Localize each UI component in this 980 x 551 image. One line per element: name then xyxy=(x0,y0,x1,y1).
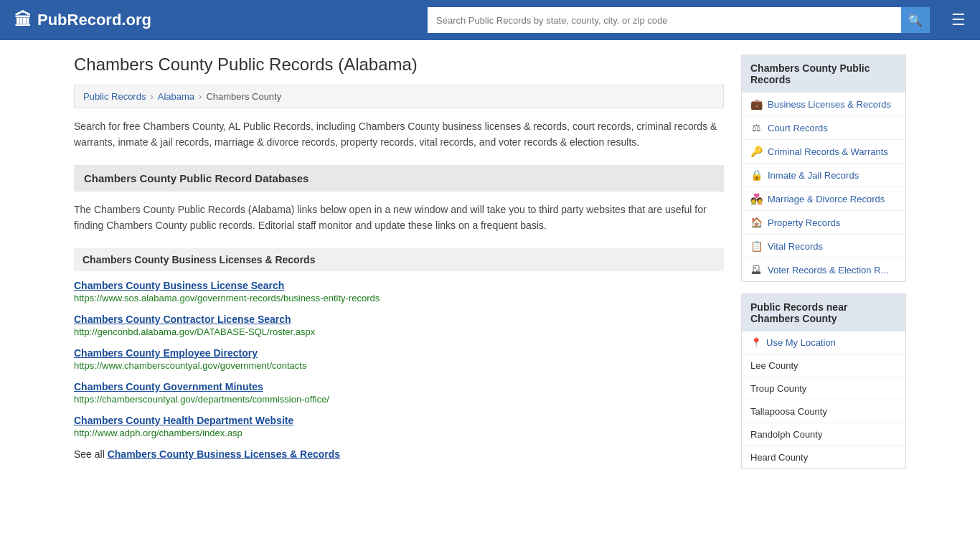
rings-icon: 💑 xyxy=(750,193,762,204)
sidebar-item-business: 💼 Business Licenses & Records xyxy=(742,93,905,116)
search-input[interactable] xyxy=(428,7,901,33)
sidebar-link-inmate[interactable]: 🔒 Inmate & Jail Records xyxy=(742,164,905,187)
clipboard-icon: 📋 xyxy=(750,240,762,252)
sidebar-label-voter: Voter Records & Election R... xyxy=(768,265,888,276)
breadcrumb-chambers-county: Chambers County xyxy=(206,91,281,102)
sidebar-item-marriage: 💑 Marriage & Divorce Records xyxy=(742,187,905,211)
sidebar-item-criminal: 🔑 Criminal Records & Warrants xyxy=(742,140,905,164)
databases-desc: The Chambers County Public Records (Alab… xyxy=(74,202,724,234)
record-url-3[interactable]: https://chamberscountyal.gov/departments… xyxy=(74,394,724,405)
hamburger-icon: ☰ xyxy=(951,11,966,29)
record-entry-2: Chambers County Employee Directory https… xyxy=(74,347,724,371)
site-header: 🏛 PubRecord.org 🔍 ☰ xyxy=(0,0,980,40)
breadcrumb-sep-1: › xyxy=(150,91,153,102)
sidebar-label-marriage: Marriage & Divorce Records xyxy=(768,194,885,204)
sidebar-item-property: 🏠 Property Records xyxy=(742,211,905,235)
key-icon: 🔑 xyxy=(750,146,762,157)
sidebar-label-court: Court Records xyxy=(768,123,828,133)
record-entry-4: Chambers County Health Department Websit… xyxy=(74,415,724,438)
ballot-icon: 🗳 xyxy=(750,264,762,276)
record-url-2[interactable]: https://www.chamberscountyal.gov/governm… xyxy=(74,360,724,371)
logo-text: PubRecord.org xyxy=(37,11,151,29)
sidebar-item-court: ⚖ Court Records xyxy=(742,116,905,140)
lock-icon: 🔒 xyxy=(750,169,762,181)
record-entry-1: Chambers County Contractor License Searc… xyxy=(74,314,724,337)
sidebar-public-records-list: 💼 Business Licenses & Records ⚖ Court Re… xyxy=(742,93,905,281)
breadcrumb-public-records[interactable]: Public Records xyxy=(83,91,146,102)
house-icon: 🏠 xyxy=(750,217,762,228)
search-icon: 🔍 xyxy=(908,14,923,27)
page-title: Chambers County Public Records (Alabama) xyxy=(74,55,724,75)
sidebar-link-vital[interactable]: 📋 Vital Records xyxy=(742,235,905,258)
subsection-heading: Chambers County Business Licenses & Reco… xyxy=(74,248,724,271)
record-url-1[interactable]: http://genconbd.alabama.gov/DATABASE-SQL… xyxy=(74,326,724,337)
sidebar-item-vital: 📋 Vital Records xyxy=(742,235,905,258)
sidebar-nearby-header: Public Records near Chambers County xyxy=(742,294,905,331)
use-location-label: Use My Location xyxy=(766,337,836,348)
breadcrumb: Public Records › Alabama › Chambers Coun… xyxy=(74,85,724,108)
breadcrumb-alabama[interactable]: Alabama xyxy=(158,91,194,102)
search-area: 🔍 xyxy=(428,7,930,33)
search-button[interactable]: 🔍 xyxy=(901,7,930,33)
record-url-4[interactable]: http://www.adph.org/chambers/index.asp xyxy=(74,428,724,438)
nearby-link-troup[interactable]: Troup County xyxy=(742,377,905,400)
menu-button[interactable]: ☰ xyxy=(951,12,966,28)
sidebar-nearby: Public Records near Chambers County 📍 Us… xyxy=(741,293,906,469)
nearby-list: 📍 Use My Location Lee County Troup Count… xyxy=(742,331,905,468)
sidebar-link-marriage[interactable]: 💑 Marriage & Divorce Records xyxy=(742,187,905,210)
record-entry-0: Chambers County Business License Search … xyxy=(74,280,724,303)
nearby-troup: Troup County xyxy=(742,377,905,400)
breadcrumb-sep-2: › xyxy=(199,91,202,102)
sidebar-public-records-header: Chambers County Public Records xyxy=(742,55,905,93)
nearby-use-location: 📍 Use My Location xyxy=(742,331,905,354)
nearby-randolph: Randolph County xyxy=(742,423,905,446)
sidebar-label-criminal: Criminal Records & Warrants xyxy=(768,146,888,157)
nearby-tallapoosa: Tallapoosa County xyxy=(742,400,905,423)
sidebar-label-inmate: Inmate & Jail Records xyxy=(768,170,859,181)
briefcase-icon: 💼 xyxy=(750,98,762,110)
record-entry-3: Chambers County Government Minutes https… xyxy=(74,381,724,405)
sidebar-label-business: Business Licenses & Records xyxy=(768,99,891,110)
sidebar-link-court[interactable]: ⚖ Court Records xyxy=(742,116,905,139)
main-description: Search for free Chambers County, AL Publ… xyxy=(74,118,724,151)
page-wrapper: Chambers County Public Records (Alabama)… xyxy=(60,40,920,509)
record-title-3[interactable]: Chambers County Government Minutes xyxy=(74,381,724,392)
sidebar: Chambers County Public Records 💼 Busines… xyxy=(741,55,906,481)
record-title-2[interactable]: Chambers County Employee Directory xyxy=(74,347,724,359)
sidebar-link-business[interactable]: 💼 Business Licenses & Records xyxy=(742,93,905,116)
scales-icon: ⚖ xyxy=(750,122,762,133)
record-title-1[interactable]: Chambers County Contractor License Searc… xyxy=(74,314,724,325)
location-pin-icon: 📍 xyxy=(750,337,762,348)
logo-icon: 🏛 xyxy=(14,10,32,30)
main-content: Chambers County Public Records (Alabama)… xyxy=(74,55,724,481)
see-all-link[interactable]: Chambers County Business Licenses & Reco… xyxy=(108,448,340,460)
sidebar-link-voter[interactable]: 🗳 Voter Records & Election R... xyxy=(742,258,905,281)
record-title-4[interactable]: Chambers County Health Department Websit… xyxy=(74,415,724,426)
record-title-0[interactable]: Chambers County Business License Search xyxy=(74,280,724,291)
sidebar-public-records: Chambers County Public Records 💼 Busines… xyxy=(741,55,906,282)
sidebar-item-voter: 🗳 Voter Records & Election R... xyxy=(742,258,905,281)
record-url-0[interactable]: https://www.sos.alabama.gov/government-r… xyxy=(74,293,724,303)
see-all: See all Chambers County Business License… xyxy=(74,448,724,460)
site-logo[interactable]: 🏛 PubRecord.org xyxy=(14,10,151,30)
sidebar-link-criminal[interactable]: 🔑 Criminal Records & Warrants xyxy=(742,140,905,163)
nearby-link-heard[interactable]: Heard County xyxy=(742,446,905,468)
sidebar-label-vital: Vital Records xyxy=(768,241,823,252)
sidebar-item-inmate: 🔒 Inmate & Jail Records xyxy=(742,164,905,187)
databases-heading: Chambers County Public Record Databases xyxy=(74,165,724,192)
use-location-link[interactable]: 📍 Use My Location xyxy=(742,331,905,354)
nearby-link-tallapoosa[interactable]: Tallapoosa County xyxy=(742,400,905,423)
sidebar-link-property[interactable]: 🏠 Property Records xyxy=(742,211,905,234)
nearby-link-lee[interactable]: Lee County xyxy=(742,354,905,377)
nearby-lee: Lee County xyxy=(742,354,905,377)
sidebar-label-property: Property Records xyxy=(768,217,840,228)
nearby-heard: Heard County xyxy=(742,446,905,468)
nearby-link-randolph[interactable]: Randolph County xyxy=(742,423,905,446)
